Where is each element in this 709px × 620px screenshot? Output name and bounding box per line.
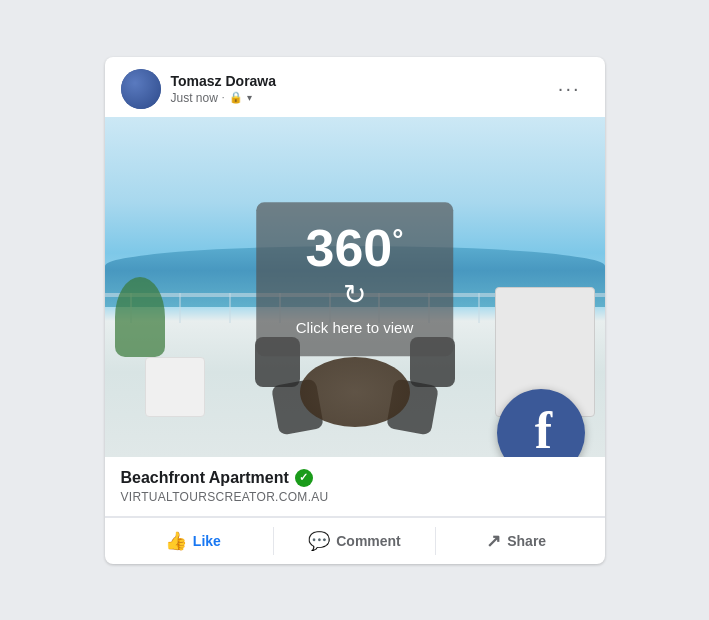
privacy-dropdown-icon[interactable]: ▾ [247,92,252,103]
share-icon: ↗ [486,530,501,552]
post-timestamp: Just now [171,91,218,105]
avatar[interactable] [121,69,161,109]
privacy-lock-icon: 🔒 [229,91,243,104]
actions-bar: 👍 Like 💬 Comment ↗ Share [105,517,605,564]
post-header: Tomasz Dorawa Just now · 🔒 ▾ ··· [105,57,605,117]
plant-decoration [115,277,165,357]
railing-post [478,293,480,323]
like-button[interactable]: 👍 Like [113,522,274,560]
post-media[interactable]: 360° ↻ Click here to view f [105,117,605,457]
dining-table [300,357,410,427]
link-preview[interactable]: Beachfront Apartment ✓ VIRTUALTOURSCREAT… [105,457,605,517]
link-title: Beachfront Apartment ✓ [121,469,589,487]
facebook-f-letter: f [535,405,552,457]
360-overlay[interactable]: 360° ↻ Click here to view [256,202,454,356]
comment-icon: 💬 [308,530,330,552]
post-user-info: Tomasz Dorawa Just now · 🔒 ▾ [171,72,277,104]
post-username[interactable]: Tomasz Dorawa [171,72,277,90]
comment-label: Comment [336,533,401,549]
post-header-left: Tomasz Dorawa Just now · 🔒 ▾ [121,69,277,109]
like-icon: 👍 [165,530,187,552]
facebook-post-card: Tomasz Dorawa Just now · 🔒 ▾ ··· [105,57,605,564]
railing-post [229,293,231,323]
degrees-value: 360 [306,222,393,274]
360-number: 360° [296,222,414,274]
share-button[interactable]: ↗ Share [436,522,597,560]
click-to-view-text: Click here to view [296,319,414,336]
share-label: Share [507,533,546,549]
meta-dot: · [222,92,225,103]
like-label: Like [193,533,221,549]
rotate-icon: ↻ [296,278,414,311]
avatar-image [121,69,161,109]
comment-button[interactable]: 💬 Comment [274,522,435,560]
left-chair [145,357,205,417]
verified-badge-icon: ✓ [295,469,313,487]
link-title-text: Beachfront Apartment [121,469,289,487]
degree-symbol: ° [392,226,403,254]
left-decor [115,277,215,417]
post-meta: Just now · 🔒 ▾ [171,91,277,105]
link-url: VIRTUALTOURSCREATOR.COM.AU [121,490,589,504]
more-options-button[interactable]: ··· [550,73,589,104]
